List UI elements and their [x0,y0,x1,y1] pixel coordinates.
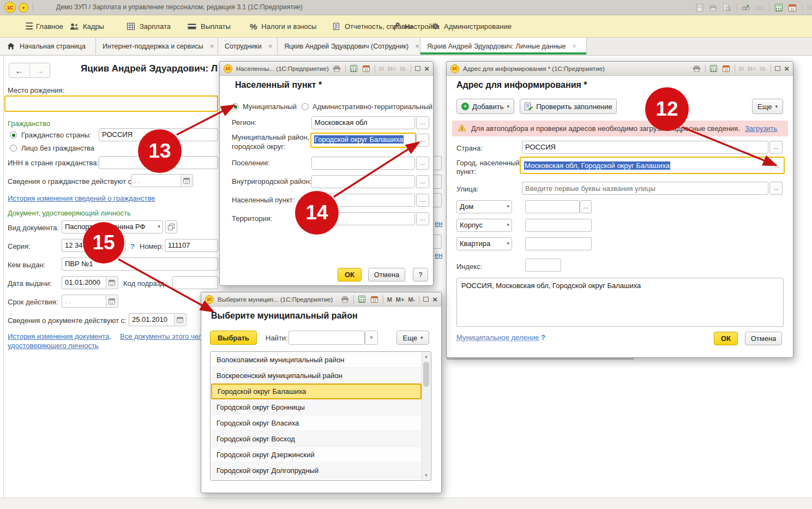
memory-plus-button[interactable]: M+ [748,65,756,72]
all-documents-link-2[interactable]: удостоверяющего личность [8,342,99,350]
city-district-select-button[interactable]: ... [416,175,429,188]
print-icon[interactable] [333,64,341,73]
scroll-thumb[interactable] [423,362,429,387]
calendar-icon[interactable]: 31 [362,64,371,73]
list-item[interactable]: Городской округ Власиха [211,415,422,431]
check-fill-button[interactable]: Проверить заполнение [520,99,617,114]
list-item[interactable]: Воскресенский муниципальный район [211,368,422,384]
birthplace-field[interactable] [4,95,218,112]
memory-button[interactable]: M [739,65,744,72]
tab-personal-data[interactable]: Яцкив Андрей Эдуардович: Личные данные × [420,38,587,55]
index-field[interactable] [525,259,561,272]
full-address-textarea[interactable]: РОССИЯ, Московская обл, Городской округ … [456,278,784,327]
print-icon[interactable] [709,3,718,12]
scroll-down-icon[interactable]: ▼ [422,471,430,480]
calendar-picker-icon[interactable] [106,277,117,288]
close-window-button[interactable]: × [432,295,437,303]
close-window-button[interactable]: × [424,64,429,73]
number-field[interactable]: 111107 [165,239,218,252]
more-button[interactable]: Еще ▾ [396,331,429,345]
calendar-picker-icon[interactable] [181,175,192,186]
country-select-button[interactable]: ... [769,141,783,154]
validity-field[interactable]: . . [62,295,118,308]
copy-link-icon[interactable] [755,3,764,12]
memory-button[interactable]: M [807,4,812,11]
citizenship-valid-from-field[interactable]: . . [131,174,193,187]
calculator-icon[interactable] [774,3,783,12]
list-item[interactable]: Городской округ Дзержинский [211,447,422,463]
street-select-button[interactable]: ... [769,182,783,195]
calculator-icon[interactable] [709,64,718,73]
dropdown-icon[interactable]: ▾ [507,222,509,227]
save-icon[interactable] [695,3,704,12]
dropdown-icon[interactable]: ▾ [507,203,509,209]
list-item[interactable]: Городской округ Бронницы [211,399,422,415]
issue-date-field[interactable]: 01.01.2000 [62,276,118,289]
dropdown-icon[interactable]: ▾ [158,224,160,229]
citizenship-country-radio[interactable] [10,131,17,139]
tab-home[interactable]: Начальная страница [0,38,96,55]
load-link[interactable]: Загрузить [745,124,777,133]
memory-minus-button[interactable]: M- [408,296,415,303]
municipal-radio[interactable] [232,103,239,110]
menu-item-main[interactable]: Главное [36,15,63,37]
doc-history-link[interactable]: История изменения документа, [8,332,111,340]
select-button[interactable]: Выбрать [210,331,257,345]
memory-minus-button[interactable]: M- [400,65,407,72]
calendar-icon[interactable]: 31 [370,295,379,304]
district-select-button[interactable]: ... [416,134,429,147]
memory-button[interactable]: M [379,65,384,72]
building-field[interactable] [525,219,592,232]
print-icon[interactable] [693,64,701,73]
street-input[interactable] [522,182,768,195]
municipal-division-help-icon[interactable]: ? [541,333,545,342]
restore-window-button[interactable] [423,297,429,302]
calendar-icon[interactable]: 31 [788,3,797,12]
ok-button[interactable]: ОК [338,268,362,282]
region-select-button[interactable]: ... [416,116,429,129]
add-link-icon[interactable] [742,3,750,12]
memory-plus-button[interactable]: M+ [396,296,405,303]
restore-window-button[interactable] [775,66,780,71]
menu-item-hr[interactable]: Кадры [70,15,104,37]
cancel-button[interactable]: Отмена [368,268,405,282]
add-button[interactable]: + Добавить ▾ [456,99,514,114]
settlement-select-button[interactable]: ... [416,157,429,170]
building-type-select[interactable]: Корпус ▾ [456,219,512,232]
list-item-selected[interactable]: Городской округ Балашиха [211,384,422,399]
tab-employees[interactable]: Сотрудники × [218,38,278,55]
more-button[interactable]: Еще ▾ [752,99,783,114]
main-menu-button[interactable]: ▾ [19,3,28,13]
back-button[interactable]: ← [9,63,30,77]
calendar-picker-icon[interactable] [106,296,117,307]
forward-button[interactable]: → [30,63,50,77]
close-window-button[interactable]: × [784,64,789,73]
restore-window-button[interactable] [415,66,420,71]
address-dialog-titlebar[interactable]: 1С Адрес для информирования * (1С:Предпр… [447,62,793,76]
territory-select-button[interactable]: ... [416,212,429,225]
district-field[interactable]: Городской округ Балашиха [310,133,416,148]
menu-item-payments[interactable]: Выплаты [188,15,231,37]
stateless-radio[interactable] [10,145,17,152]
select-district-dialog-titlebar[interactable]: 1С Выберите муницип... (1С:Предприятие) … [201,292,441,307]
house-select-button[interactable]: ... [580,200,592,213]
city-district-field[interactable] [311,175,415,188]
menu-item-taxes[interactable]: % Налоги и взносы [250,15,316,37]
tab-employee-card[interactable]: Яцкив Андрей Эдуардович (Сотрудник) × [278,38,420,55]
menu-item-admin[interactable]: Администрирование [431,15,512,37]
find-input[interactable] [288,331,365,345]
open-document-button[interactable] [165,220,177,233]
list-item[interactable]: Городской округ Долгопрудный [211,463,422,478]
apartment-field[interactable] [525,237,592,250]
help-button[interactable]: ? [413,268,428,282]
clear-find-button[interactable]: × [365,331,378,345]
tab-close-icon[interactable]: × [210,42,214,50]
scroll-up-icon[interactable]: ▲ [422,352,430,361]
series-help-icon[interactable]: ? [130,242,135,250]
settlement-dialog-titlebar[interactable]: 1С Населенны... (1С:Предприятие) 31 M M+… [220,62,433,76]
tab-close-icon[interactable]: × [415,42,419,50]
calendar-picker-icon[interactable] [174,314,185,325]
house-type-select[interactable]: Дом ▾ [456,200,512,213]
calculator-icon[interactable] [358,295,366,304]
city-field[interactable]: Московская обл, Городской округ Балашиха [522,159,771,172]
